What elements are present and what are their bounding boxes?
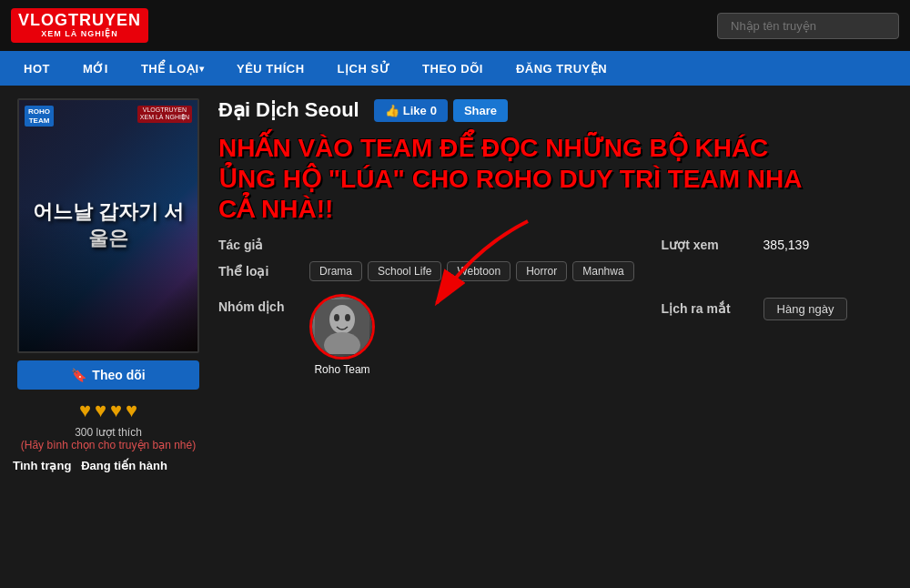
status-row: Tình trạng Đang tiến hành [13, 459, 167, 472]
manga-title: Đại Dịch Seoul [218, 98, 359, 122]
tinh-trang-value: Đang tiến hành [81, 459, 167, 472]
nav-item-theloai[interactable]: THỂ LOẠI [125, 51, 220, 86]
tinh-trang-label: Tình trạng [13, 459, 71, 472]
heart-4: ♥ [126, 399, 137, 422]
heart-3: ♥ [110, 399, 122, 422]
logo-area: VLOGTRUYEN XEM LÀ NGHIỆN [11, 8, 148, 43]
action-buttons: 👍 Like 0 Share [374, 99, 508, 122]
likes-vote-text: (Hãy bình chọn cho truyện bạn nhé) [21, 439, 196, 451]
nav-item-theodoi[interactable]: THEO DÕI [406, 51, 500, 86]
team-name: Roho Team [314, 363, 369, 376]
tac-gia-label: Tác giả [218, 238, 309, 252]
team-avatar-circle [309, 294, 375, 360]
bookmark-icon: 🔖 [71, 368, 86, 382]
nav-item-hot[interactable]: HOT [7, 51, 66, 86]
tag-webtoon[interactable]: Webtoon [447, 261, 511, 281]
svg-point-4 [345, 314, 350, 321]
luot-xem-label: Lượt xem [662, 238, 753, 252]
navbar: HOT MỚI THỂ LOẠI YÊU THÍCH LỊCH SỬ THEO … [0, 51, 910, 86]
search-input[interactable] [717, 13, 899, 39]
follow-button[interactable]: 🔖 Theo dõi [17, 360, 199, 390]
share-button[interactable]: Share [453, 99, 508, 122]
logo-top: VLOGTRUYEN [18, 12, 141, 30]
team-avatar-wrapper[interactable]: Roho Team [309, 294, 375, 376]
tag-horror[interactable]: Horror [516, 261, 567, 281]
nav-item-yeuthich[interactable]: YÊU THÍCH [220, 51, 321, 86]
nav-item-moi[interactable]: MỚI [66, 51, 125, 86]
like-label: Like [403, 104, 427, 117]
team-avatar-image [312, 297, 372, 357]
tags-row: Drama School Life Webtoon Horror Manhwa [309, 261, 634, 281]
svg-point-3 [334, 314, 339, 321]
luot-xem-value: 385,139 [763, 238, 810, 252]
nhom-dich-label: Nhóm dịch [218, 294, 309, 314]
follow-label: Theo dõi [92, 368, 145, 382]
cover-roho-badge: ROHOTEAM [25, 106, 54, 127]
hearts-row: ♥ ♥ ♥ ♥ [79, 399, 137, 422]
right-column: Đại Dịch Seoul 👍 Like 0 Share NHẤN VÀO T… [218, 98, 897, 472]
nav-item-dangtruyen[interactable]: ĐĂNG TRUYỆN [500, 51, 623, 86]
tag-school-life[interactable]: School Life [368, 261, 441, 281]
logo-box[interactable]: VLOGTRUYEN XEM LÀ NGHIỆN [11, 8, 148, 43]
left-column: ROHOTEAM VLOGTRUYENXEM LÀ NGHIỆN 어느날 갑자기… [13, 98, 204, 472]
cover-watermark: VLOGTRUYENXEM LÀ NGHIỆN [137, 106, 192, 123]
header: VLOGTRUYEN XEM LÀ NGHIỆN [0, 0, 910, 51]
the-loai-label: Thể loại [218, 264, 309, 279]
like-button[interactable]: 👍 Like 0 [374, 99, 448, 122]
cover-figures [19, 206, 197, 351]
like-count: 0 [430, 104, 437, 117]
heart-1: ♥ [79, 399, 91, 422]
thumbs-up-icon: 👍 [385, 104, 399, 117]
lich-ra-mat-label: Lịch ra mắt [662, 301, 753, 316]
tag-drama[interactable]: Drama [309, 261, 362, 281]
lich-ra-mat-value[interactable]: Hàng ngày [763, 298, 848, 320]
nav-item-lichsu[interactable]: LỊCH SỬ [321, 51, 407, 86]
heart-2: ♥ [95, 399, 106, 422]
title-row: Đại Dịch Seoul 👍 Like 0 Share [218, 98, 897, 122]
tag-manhwa[interactable]: Manhwa [572, 261, 633, 281]
overlay-text: NHẤN VÀO TEAM ĐỂ ĐỌC NHỮNG BỘ KHÁC ỦNG H… [218, 133, 819, 225]
cover-image: ROHOTEAM VLOGTRUYENXEM LÀ NGHIỆN 어느날 갑자기… [17, 98, 199, 353]
main-content: ROHOTEAM VLOGTRUYENXEM LÀ NGHIỆN 어느날 갑자기… [0, 86, 910, 485]
avatar-svg [315, 299, 369, 354]
logo-bottom: XEM LÀ NGHIỆN [41, 30, 118, 39]
likes-count: 300 lượt thích [75, 426, 142, 439]
